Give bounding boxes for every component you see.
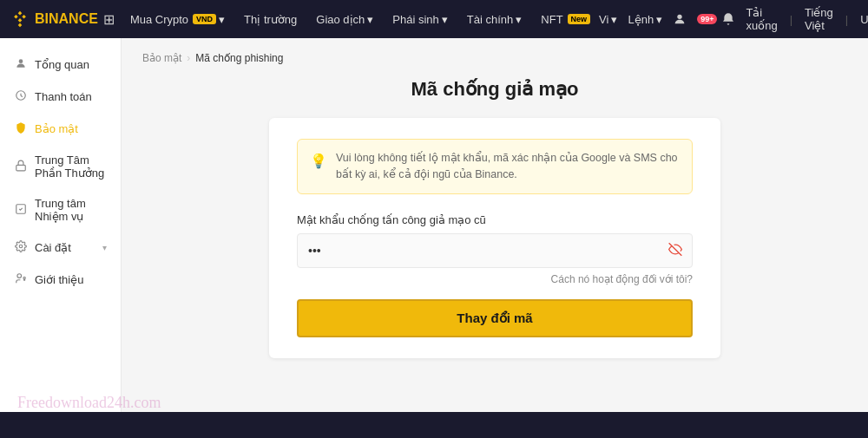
page-title: Mã chống giả mạo [142,78,847,101]
svg-rect-8 [16,165,26,170]
sidebar-label-tong-quan: Tổng quan [35,58,89,71]
sidebar-item-trung-tam-phan-thuong[interactable]: Trung Tâm Phần Thưởng [0,145,121,188]
nav-notifications[interactable]: 99+ [697,12,735,26]
task-icon [14,203,28,218]
user-icon [673,12,687,26]
breadcrumb: Bảo mật › Mã chống phishing [142,52,847,64]
nav-divider: | [790,13,792,26]
nav-download[interactable]: Tải xuống [746,6,777,32]
sidebar-label-gioi-thieu: Giới thiệu [35,273,83,286]
anti-phishing-input[interactable] [297,233,693,268]
breadcrumb-current: Mã chống phishing [195,52,283,64]
nav-language[interactable]: Tiếng Việt [805,6,833,32]
nav-item-giao-dich[interactable]: Giao dịch ▾ [307,10,382,29]
top-navbar: BINANCE ⊞ Mua Crypto VND ▾ Thị trường Gi… [0,0,868,38]
new-badge: New [568,14,591,24]
nav-divider2: | [845,13,848,26]
chevron-down-icon: ▾ [656,13,662,26]
sidebar-item-trung-tam-nhiem-vu[interactable]: Trung tâm Nhiệm vụ [0,188,121,232]
svg-marker-0 [18,11,23,16]
reward-icon [14,160,28,174]
sidebar-label-trung-tam-nhiem-vu: Trung tâm Nhiệm vụ [35,197,107,223]
svg-point-11 [17,274,22,278]
warning-text: Vui lòng không tiết lộ mật khẩu, mã xác … [336,150,680,183]
svg-point-6 [19,59,23,63]
sidebar: Tổng quan Thanh toán Bảo mật Trung Tâm P… [0,38,122,438]
chevron-right-icon: ▾ [102,243,107,252]
password-input-wrap [297,233,693,268]
nav-lenh[interactable]: Lệnh ▾ [628,13,662,26]
chevron-down-icon: ▾ [219,13,225,26]
breadcrumb-separator: › [187,52,190,64]
vnd-badge: VND [193,14,216,24]
nav-item-nft[interactable]: NFT New [532,10,599,29]
bottom-bar [0,412,868,438]
nav-currency[interactable]: USD [860,13,868,26]
change-code-button[interactable]: Thay đổi mã [297,299,693,337]
sidebar-item-tong-quan[interactable]: Tổng quan [0,49,121,81]
grid-icon[interactable]: ⊞ [103,11,115,28]
nav-vi[interactable]: Vi ▾ [599,13,617,26]
svg-marker-1 [14,15,18,19]
sidebar-item-cai-dat[interactable]: Cài đặt ▾ [0,232,121,264]
nav-profile[interactable] [673,12,687,26]
nav-item-phai-sinh[interactable]: Phái sinh ▾ [384,10,456,29]
sidebar-item-thanh-toan[interactable]: Thanh toán [0,81,121,113]
nav-items: Mua Crypto VND ▾ Thị trường Giao dịch ▾ … [122,10,599,29]
main-content: Bảo mật › Mã chống phishing Mã chống giả… [122,38,868,438]
svg-marker-2 [22,15,26,19]
sidebar-item-gioi-thieu[interactable]: Giới thiệu [0,264,121,296]
logo[interactable]: BINANCE [10,10,98,29]
svg-point-5 [677,15,681,19]
user-icon [14,57,28,72]
chevron-down-icon: ▾ [442,13,448,26]
how-it-works-link[interactable]: Cách nó hoạt động đối với tôi? [297,273,693,285]
chevron-down-icon: ▾ [367,13,373,26]
sidebar-label-bao-mat: Bảo mật [35,122,78,135]
nav-right: Vi ▾ Lệnh ▾ 99+ Tải xuống | Tiếng Việt |… [599,6,868,32]
anti-phishing-card: 💡 Vui lòng không tiết lộ mật khẩu, mã xá… [269,118,720,358]
svg-point-10 [19,245,23,248]
warning-box: 💡 Vui lòng không tiết lộ mật khẩu, mã xá… [297,139,693,194]
shield-icon [14,121,28,136]
notification-count: 99+ [697,14,717,24]
svg-marker-3 [18,18,23,23]
sidebar-label-cai-dat: Cài đặt [35,241,71,254]
nav-item-tai-chinh[interactable]: Tài chính ▾ [458,10,530,29]
chevron-down-icon: ▾ [516,13,522,26]
payment-icon [14,89,28,104]
referral-icon [14,272,28,287]
form-label: Mật khẩu chống tấn công giả mạo cũ [297,213,693,226]
sidebar-label-trung-tam-phan-thuong: Trung Tâm Phần Thưởng [35,154,107,180]
sidebar-label-thanh-toan: Thanh toán [35,90,92,103]
page-layout: Tổng quan Thanh toán Bảo mật Trung Tâm P… [0,38,868,438]
breadcrumb-parent[interactable]: Bảo mật [142,52,181,64]
logo-text: BINANCE [35,11,98,27]
binance-logo-icon [10,10,30,29]
eye-slash-icon[interactable] [668,242,682,258]
nav-item-mua-crypto[interactable]: Mua Crypto VND ▾ [122,10,233,29]
sidebar-item-bao-mat[interactable]: Bảo mật [0,113,121,145]
svg-point-12 [23,277,25,278]
settings-icon [14,240,28,255]
bell-icon [721,12,735,26]
nav-item-thi-truong[interactable]: Thị trường [235,10,306,29]
svg-marker-4 [18,23,23,28]
warning-icon: 💡 [310,151,327,172]
chevron-down-icon: ▾ [611,13,617,26]
